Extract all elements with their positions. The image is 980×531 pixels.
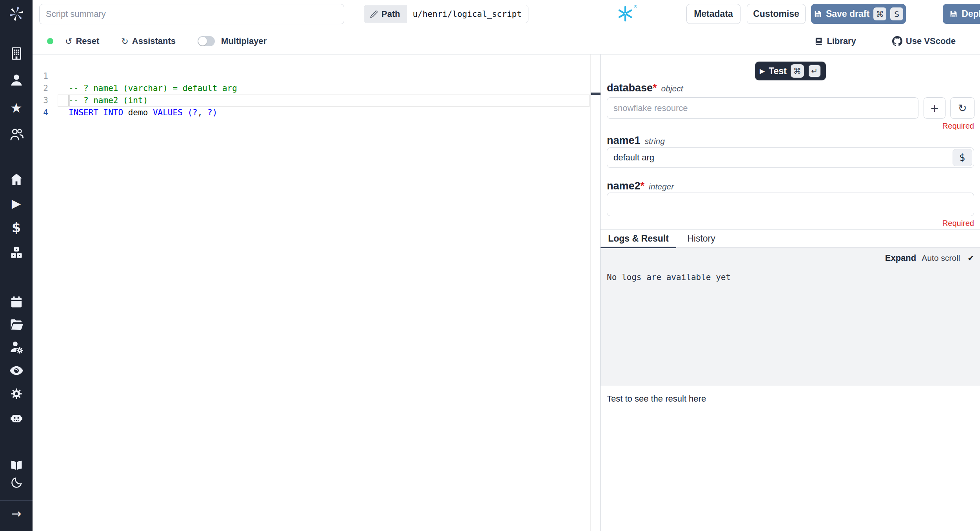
arrow-right-icon: → xyxy=(11,507,21,520)
multiplayer-toggle[interactable] xyxy=(198,36,215,46)
field-type: integer xyxy=(649,182,674,191)
status-dot xyxy=(47,38,53,44)
home-icon xyxy=(9,172,24,187)
text-cursor xyxy=(69,95,69,106)
name2-input[interactable] xyxy=(607,193,974,216)
refresh-icon: ↻ xyxy=(121,36,128,46)
deploy-label: Deploy xyxy=(962,9,980,19)
save-icon xyxy=(814,10,822,18)
panel-resize-handle[interactable] xyxy=(591,93,601,95)
building-icon xyxy=(9,46,24,61)
script-summary-input[interactable] xyxy=(39,4,344,24)
database-resource-input[interactable] xyxy=(607,97,918,119)
use-vscode-button[interactable]: Use VScode xyxy=(892,36,956,46)
sidebar-item-workspace[interactable] xyxy=(0,45,33,62)
robot-icon xyxy=(9,410,24,425)
save-draft-label: Save draft xyxy=(826,9,869,19)
path-label[interactable]: Path xyxy=(364,5,407,23)
required-hint: Required xyxy=(942,219,974,228)
topbar: Path u/henri/logical_script ® Metadata C… xyxy=(33,0,980,28)
sidebar-item-users[interactable] xyxy=(0,126,33,143)
windmill-logo[interactable] xyxy=(0,5,33,22)
play-icon: ▶ xyxy=(12,196,21,210)
library-button[interactable]: Library xyxy=(814,36,856,46)
sidebar-item-workers[interactable] xyxy=(0,409,33,426)
field-type: string xyxy=(645,136,665,146)
sidebar-item-resources[interactable] xyxy=(0,244,33,261)
sidebar-item-schedules[interactable] xyxy=(0,293,33,311)
sidebar-item-favorites[interactable]: ★ xyxy=(0,99,33,116)
library-label: Library xyxy=(827,36,856,46)
sidebar-item-runs[interactable]: ▶ xyxy=(0,195,33,212)
toggle-knob xyxy=(198,37,207,45)
assistants-button[interactable]: ↻ Assistants xyxy=(121,36,176,46)
dark-mode-toggle[interactable] xyxy=(0,474,33,491)
calendar-icon xyxy=(9,295,24,309)
code-line[interactable]: 2 -- ? name2 (int) xyxy=(33,70,600,82)
use-vscode-label: Use VScode xyxy=(906,36,956,46)
undo-icon: ↺ xyxy=(65,36,72,46)
eye-icon xyxy=(9,363,24,378)
result-tabs: Logs & Result History xyxy=(601,229,980,248)
sidebar-item-variables[interactable]: $ xyxy=(0,219,33,236)
refresh-icon: ↻ xyxy=(958,102,967,114)
line-content: INSERT INTO demo VALUES (?, ?) xyxy=(69,107,217,119)
database-field-label: database* object xyxy=(607,82,683,94)
user-icon xyxy=(9,73,24,87)
metadata-button-label: Metadata xyxy=(694,9,733,19)
sidebar-item-settings[interactable] xyxy=(0,385,33,402)
save-draft-button[interactable]: Save draft ⌘ S xyxy=(811,4,906,24)
reset-button[interactable]: ↺ Reset xyxy=(65,36,99,46)
tab-logs-result[interactable]: Logs & Result xyxy=(601,230,676,247)
name1-input[interactable] xyxy=(607,147,974,168)
code-line[interactable]: 4 xyxy=(33,95,600,107)
cmd-key-badge: ⌘ xyxy=(873,7,886,20)
multiplayer-control: Multiplayer xyxy=(198,36,267,46)
autoscroll-checkbox[interactable]: ✔ xyxy=(967,253,974,263)
path-value[interactable]: u/henri/logical_script xyxy=(407,5,528,23)
folder-open-icon xyxy=(9,317,24,332)
line-number-active: 4 xyxy=(33,107,48,119)
book-icon xyxy=(814,37,823,46)
refresh-resource-button[interactable]: ↻ xyxy=(950,97,975,119)
test-button[interactable]: ▶ Test ⌘ ↵ xyxy=(755,62,826,80)
path-label-text: Path xyxy=(381,9,400,19)
logs-controls: Expand Auto scroll ✔ xyxy=(885,253,974,263)
tab-label: Logs & Result xyxy=(608,233,669,244)
test-button-label: Test xyxy=(769,66,787,76)
add-resource-button[interactable]: + xyxy=(924,97,946,119)
result-area: Test to see the result here xyxy=(601,387,980,531)
name2-field-label: name2* integer xyxy=(607,180,674,192)
code-line[interactable]: 1 -- ? name1 (varchar) = default arg xyxy=(33,58,600,70)
snowflake-icon xyxy=(617,5,634,22)
sidebar-item-groups[interactable] xyxy=(0,338,33,356)
moon-icon xyxy=(10,476,23,489)
sidebar-item-folders[interactable] xyxy=(0,316,33,333)
book-open-icon xyxy=(9,458,24,472)
field-type: object xyxy=(661,84,683,93)
required-asterisk: * xyxy=(641,180,645,192)
tab-history[interactable]: History xyxy=(676,230,726,247)
metadata-button[interactable]: Metadata xyxy=(686,4,740,24)
sidebar-item-user[interactable] xyxy=(0,71,33,89)
test-panel: ▶ Test ⌘ ↵ database* object + ↻ Required… xyxy=(601,55,980,531)
logs-panel: Expand Auto scroll ✔ No logs are availab… xyxy=(601,248,980,386)
field-name: database xyxy=(607,82,653,94)
variable-picker-button[interactable]: $ xyxy=(953,149,972,166)
logs-empty-message: No logs are available yet xyxy=(607,273,731,282)
path-field[interactable]: Path u/henri/logical_script xyxy=(364,5,528,23)
sidebar-item-docs[interactable] xyxy=(0,456,33,474)
snowflake-logo: ® xyxy=(617,5,636,23)
code-line[interactable]: 3 INSERT INTO demo VALUES (?, ?) xyxy=(33,82,600,95)
sidebar-item-audit-logs[interactable] xyxy=(0,362,33,379)
pencil-icon xyxy=(370,10,378,18)
sidebar-item-home[interactable] xyxy=(0,171,33,188)
code-editor[interactable]: 1 -- ? name1 (varchar) = default arg 2 -… xyxy=(33,55,601,531)
dollar-icon: $ xyxy=(959,152,965,163)
expand-sidebar-button[interactable]: → xyxy=(0,505,33,522)
name1-field-label: name1 string xyxy=(607,135,665,147)
cmd-key-badge: ⌘ xyxy=(791,64,804,78)
expand-button[interactable]: Expand xyxy=(885,253,916,263)
deploy-button[interactable]: Deploy xyxy=(943,4,980,24)
customise-button[interactable]: Customise xyxy=(747,4,806,24)
